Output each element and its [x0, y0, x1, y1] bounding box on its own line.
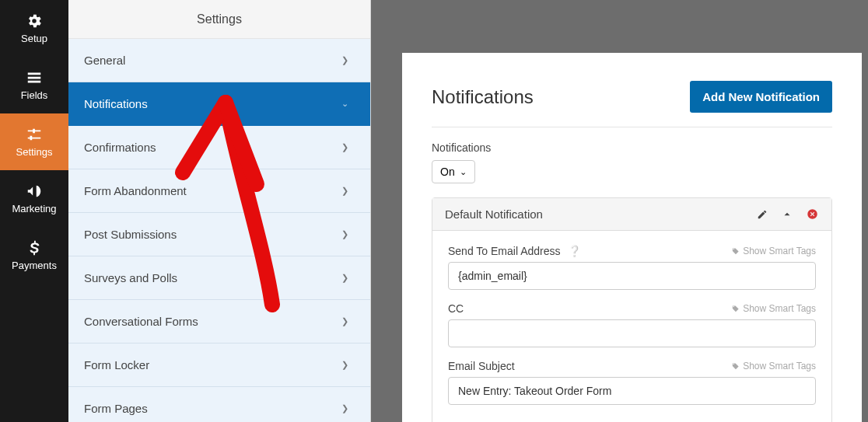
gear-icon [26, 12, 43, 30]
submenu-item-confirmations[interactable]: Confirmations ❯ [68, 126, 370, 169]
cc-input[interactable] [448, 319, 816, 347]
smart-tags-link[interactable]: Show Smart Tags [731, 246, 816, 256]
chevron-right-icon: ❯ [341, 229, 348, 239]
rail-item-payments[interactable]: Payments [0, 227, 68, 284]
rail-item-settings[interactable]: Settings [0, 113, 68, 170]
chevron-right-icon: ❯ [341, 360, 348, 370]
chevron-down-icon: ⌄ [460, 167, 467, 177]
submenu-item-form-abandonment[interactable]: Form Abandonment ❯ [68, 169, 370, 213]
submenu-item-label: Surveys and Polls [84, 271, 177, 284]
panel-section-title: Default Notification [445, 208, 543, 221]
left-rail: Setup Fields Settings Marketing Payments [0, 0, 68, 422]
bullhorn-icon [26, 183, 43, 200]
page-title: Notifications [432, 86, 534, 108]
rail-item-setup[interactable]: Setup [0, 0, 68, 57]
help-icon[interactable]: ❔ [568, 245, 581, 257]
send-to-input[interactable] [448, 262, 816, 290]
list-icon [26, 69, 43, 86]
edit-icon[interactable] [755, 209, 769, 220]
submenu-item-general[interactable]: General ❯ [68, 39, 370, 82]
submenu-item-post-submissions[interactable]: Post Submissions ❯ [68, 213, 370, 256]
chevron-right-icon: ❯ [341, 142, 348, 152]
rail-label: Fields [21, 89, 48, 101]
rail-label: Marketing [12, 203, 56, 214]
chevron-down-icon: ⌄ [341, 99, 348, 109]
rail-item-marketing[interactable]: Marketing [0, 170, 68, 227]
rail-item-fields[interactable]: Fields [0, 57, 68, 113]
submenu-item-form-locker[interactable]: Form Locker ❯ [68, 344, 370, 387]
smart-tags-link[interactable]: Show Smart Tags [731, 361, 816, 371]
submenu-item-notifications[interactable]: Notifications ⌄ [68, 82, 370, 126]
toggle-label: Notifications [432, 141, 832, 154]
submenu-item-label: Form Locker [84, 358, 149, 371]
submenu-item-surveys-polls[interactable]: Surveys and Polls ❯ [68, 256, 370, 300]
delete-icon[interactable] [805, 208, 819, 220]
notifications-toggle-block: Notifications On ⌄ [432, 141, 832, 183]
subject-input[interactable] [448, 377, 816, 405]
chevron-right-icon: ❯ [341, 273, 348, 283]
submenu-item-label: Form Pages [84, 402, 148, 415]
collapse-icon[interactable] [780, 209, 794, 220]
content-stage: Notifications Add New Notification Notif… [371, 0, 868, 422]
sliders-icon [26, 126, 43, 143]
chevron-right-icon: ❯ [341, 186, 348, 196]
chevron-right-icon: ❯ [341, 55, 348, 65]
submenu-item-label: Conversational Forms [84, 315, 198, 328]
rail-label: Settings [16, 146, 53, 158]
submenu-item-label: Form Abandonment [84, 184, 187, 197]
notifications-card: Notifications Add New Notification Notif… [402, 53, 862, 422]
submenu-item-conversational-forms[interactable]: Conversational Forms ❯ [68, 300, 370, 344]
submenu-item-form-pages[interactable]: Form Pages ❯ [68, 387, 370, 422]
cc-label: CC [448, 302, 464, 315]
subject-label: Email Subject [448, 360, 515, 372]
toggle-value: On [440, 166, 455, 178]
submenu-item-label: Notifications [84, 97, 148, 110]
add-notification-button[interactable]: Add New Notification [690, 81, 832, 113]
notifications-toggle-select[interactable]: On ⌄ [432, 160, 475, 183]
settings-submenu: Settings General ❯ Notifications ⌄ Confi… [68, 0, 371, 422]
rail-label: Setup [21, 33, 47, 44]
chevron-right-icon: ❯ [341, 316, 348, 326]
submenu-item-label: Post Submissions [84, 228, 177, 241]
submenu-item-label: General [84, 54, 125, 67]
panel-head: Default Notification [432, 198, 831, 231]
chevron-right-icon: ❯ [341, 403, 348, 413]
send-to-label: Send To Email Address ❔ [448, 245, 581, 257]
card-header: Notifications Add New Notification [432, 81, 832, 127]
panel-body: Send To Email Address ❔ Show Smart Tags … [432, 231, 831, 422]
rail-label: Payments [12, 260, 57, 271]
smart-tags-link[interactable]: Show Smart Tags [731, 303, 816, 314]
dollar-icon [26, 239, 43, 256]
default-notification-panel: Default Notification Send T [432, 197, 832, 422]
submenu-title: Settings [68, 0, 370, 39]
submenu-item-label: Confirmations [84, 141, 156, 154]
